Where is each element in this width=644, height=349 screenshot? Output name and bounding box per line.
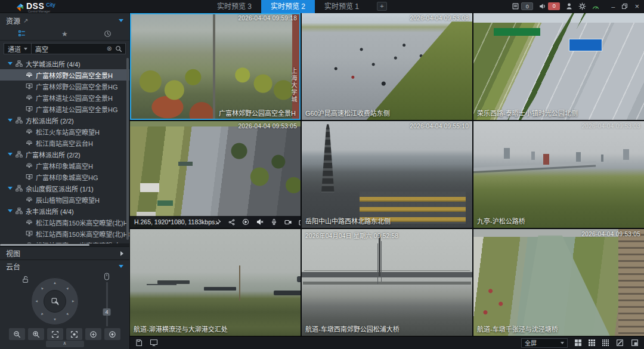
talk-mic-icon[interactable] bbox=[271, 218, 277, 226]
tree-channel-row[interactable]: 辰山植物园高空瞭望H bbox=[0, 194, 129, 205]
video-cell[interactable]: 2026-04-04 09:53:05 航道-车墩千张泾与沈泾塘桥 bbox=[473, 229, 644, 336]
message-center-button[interactable]: 0 bbox=[512, 2, 533, 10]
dss-logo-icon bbox=[16, 3, 24, 12]
ptz-arrow-left[interactable]: ▲ bbox=[35, 299, 38, 303]
video-cell[interactable]: 2026-04-04 09:55:10 岳阳中山中路西林北路东北侧 bbox=[302, 121, 472, 228]
tree-group-row[interactable]: 大学城派出所 (4/4) bbox=[0, 58, 129, 69]
collapse-up-button[interactable]: ∧ bbox=[46, 341, 84, 347]
tree-channel-row[interactable]: 广富林郊野公园高空全景H bbox=[0, 69, 129, 81]
video-cell[interactable]: 航道-泖港横潦泾与大泖港交汇处 bbox=[130, 229, 301, 336]
iris-open-button[interactable] bbox=[85, 328, 101, 340]
tree-group-row[interactable]: 方松派出所 (2/2) bbox=[0, 115, 129, 126]
ptz-arrow-down[interactable]: ▲ bbox=[53, 318, 57, 322]
zoom-in-button[interactable] bbox=[28, 328, 44, 340]
expand-caret-icon[interactable] bbox=[8, 119, 13, 122]
instant-playback-icon[interactable] bbox=[242, 218, 249, 226]
zoom-out-button[interactable] bbox=[9, 328, 25, 340]
tree-channel-row[interactable]: 松江站西南150米高空瞭望(东)H bbox=[0, 239, 129, 243]
search-input[interactable]: 高空 bbox=[32, 44, 104, 54]
tree-channel-row[interactable]: 广富林印象城高空H bbox=[0, 160, 129, 171]
pin-icon[interactable] bbox=[215, 219, 221, 226]
snapshot-icon[interactable] bbox=[299, 219, 301, 226]
tab-favorites[interactable]: ★ bbox=[43, 30, 86, 38]
record-icon[interactable] bbox=[284, 219, 292, 226]
tree-channel-row[interactable]: 松江站西南150米高空瞭望(北)HG bbox=[0, 228, 129, 239]
search-icon[interactable] bbox=[114, 45, 125, 52]
video-cell[interactable]: 2026年04月04日 星期六 09:52:58 航道-车墩西南郊野公园松浦大桥 bbox=[302, 229, 472, 336]
split-mode-dropdown[interactable]: 全屏 bbox=[521, 338, 568, 348]
ptz-arrow-down-right[interactable]: ▲ bbox=[66, 312, 70, 317]
tree-channel-row[interactable]: 广富林郊野公园高空全景HG bbox=[0, 81, 129, 92]
tree-group-row[interactable]: 广富林派出所 (2/2) bbox=[0, 149, 129, 160]
tree-group-row[interactable]: 佘山度假区派出所 (1/1) bbox=[0, 183, 129, 194]
video-cell[interactable]: 2026-04-04 09:59:18 广富林郊野公园高空全景H 上海大学城 bbox=[130, 13, 301, 120]
ptz-arrow-up[interactable]: ▲ bbox=[53, 281, 57, 285]
restore-button[interactable] bbox=[621, 3, 628, 10]
share-icon[interactable] bbox=[228, 219, 235, 226]
preview-tab[interactable]: 实时预览 3 bbox=[208, 0, 261, 13]
tab-label: 实时预览 2 bbox=[271, 2, 305, 11]
tree-channel-row[interactable]: 广富林遗址公园高空全景H bbox=[0, 92, 129, 103]
iris-close-button[interactable] bbox=[104, 328, 120, 340]
focus-near-button[interactable] bbox=[66, 328, 82, 340]
tab-history[interactable] bbox=[86, 30, 129, 38]
tab-device-tree[interactable] bbox=[0, 30, 43, 38]
ptz-section-header[interactable]: 云台 bbox=[0, 260, 129, 273]
expand-caret-icon[interactable] bbox=[8, 153, 13, 156]
view-section-header[interactable]: 视图 bbox=[0, 246, 129, 260]
audio-muted-icon[interactable] bbox=[256, 218, 264, 226]
minimize-button[interactable]: – bbox=[611, 3, 615, 10]
tree-channel-row[interactable]: 松江站西南150米高空瞭望(北)H bbox=[0, 217, 129, 228]
external-link-icon[interactable]: ↗ bbox=[23, 17, 28, 24]
ptz-arrow-up-left[interactable]: ▲ bbox=[39, 286, 44, 291]
ptz-arrow-up-right[interactable]: ▲ bbox=[66, 286, 70, 291]
ptz-direction-pad[interactable]: ▲ ▲ ▲ ▲ ▲ ▲ ▲ ▲ bbox=[31, 277, 79, 325]
save-view-button[interactable] bbox=[135, 339, 143, 347]
tab-label: 实时预览 3 bbox=[217, 2, 252, 11]
add-tab-button[interactable]: + bbox=[377, 2, 387, 11]
close-button[interactable]: × bbox=[634, 2, 639, 11]
split-9-button[interactable] bbox=[589, 339, 595, 346]
settings-gear-icon[interactable] bbox=[578, 2, 586, 10]
tv-wall-button[interactable] bbox=[150, 339, 158, 347]
fullscreen-button[interactable] bbox=[631, 339, 639, 347]
title-bar: DSS City Control Manager 实时预览 3 实时预览 2 实… bbox=[0, 0, 644, 13]
tree-channel-row[interactable]: 广富林印象城高空HG bbox=[0, 171, 129, 183]
expand-caret-icon[interactable] bbox=[8, 209, 13, 212]
tree-channel-row[interactable]: 松江南站高空云台H bbox=[0, 137, 129, 149]
focus-far-button[interactable] bbox=[47, 328, 63, 340]
split-16-button[interactable] bbox=[602, 339, 609, 346]
ptz-arrow-down-left[interactable]: ▲ bbox=[39, 312, 44, 317]
tree-channel-label: 广富林郊野公园高空全景HG bbox=[36, 82, 118, 91]
slider-track[interactable]: 4 bbox=[106, 282, 108, 326]
ptz-unlock-icon[interactable] bbox=[21, 275, 29, 286]
custom-split-button[interactable] bbox=[616, 339, 624, 347]
preview-tab[interactable]: 实时预览 2 bbox=[261, 0, 315, 13]
ptz-3d-position-button[interactable] bbox=[44, 290, 66, 313]
video-cell[interactable]: 2026-04-04 09:53:05 车墩高铁站西侧道路卡口南侧 H.265,… bbox=[130, 121, 301, 228]
video-feed bbox=[302, 229, 472, 336]
channel-type-dropdown[interactable]: 通道 bbox=[4, 44, 32, 54]
video-cell[interactable]: 荣乐西路-泰晤士小镇时光公园北侧 bbox=[473, 13, 644, 120]
expand-caret-icon[interactable] bbox=[8, 187, 13, 190]
clear-search-icon[interactable]: ⊗ bbox=[104, 45, 114, 52]
split-4-button[interactable] bbox=[575, 339, 581, 346]
camera-label: 航道-泖港横潦泾与大泖港交汇处 bbox=[134, 324, 228, 333]
video-cell[interactable]: 2026-04-04 09:53:03 九亭-沪松公路桥 bbox=[473, 121, 644, 228]
user-icon[interactable] bbox=[565, 2, 573, 10]
video-cell[interactable]: 2026-04-04 09:53:08 G60沪昆高速松江收费站东侧 bbox=[302, 13, 472, 120]
ptz-arrow-right[interactable]: ▲ bbox=[72, 299, 75, 303]
tree-channel-row[interactable]: 广富林遗址公园高空全景HG bbox=[0, 103, 129, 115]
ptz-speed-slider[interactable]: 4 bbox=[102, 273, 112, 326]
alarm-center-button[interactable]: 0 bbox=[538, 2, 560, 10]
expand-caret-icon[interactable] bbox=[8, 62, 13, 65]
slider-handle[interactable]: 4 bbox=[103, 308, 111, 316]
tree-vertical-scrollbar[interactable] bbox=[126, 58, 129, 240]
preview-tab[interactable]: 实时预览 1 bbox=[315, 0, 369, 13]
collapse-resource-icon[interactable] bbox=[119, 19, 123, 22]
resource-header[interactable]: 资源 ↗ bbox=[0, 13, 129, 27]
tree-group-row[interactable]: 永丰派出所 (4/4) bbox=[0, 205, 129, 217]
tree-channel-row[interactable]: 松江火车站高空瞭望H bbox=[0, 126, 129, 137]
scrollbar-thumb[interactable] bbox=[0, 244, 89, 246]
performance-gauge-icon[interactable] bbox=[592, 3, 600, 10]
